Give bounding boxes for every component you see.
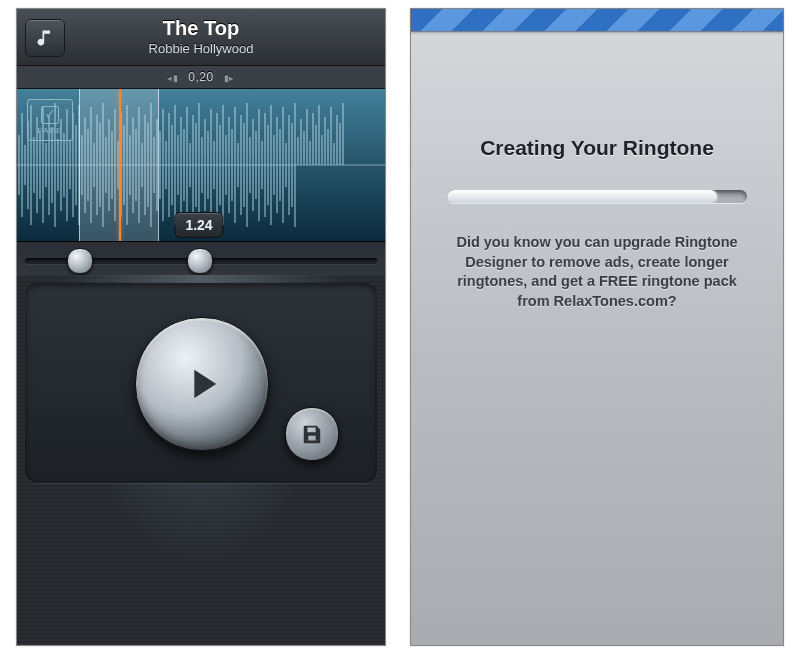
rewind-marker-icon: ◂▮ — [167, 73, 178, 83]
track-title: The Top — [17, 17, 385, 40]
checkbox-icon — [41, 106, 59, 124]
playhead[interactable] — [119, 89, 121, 241]
trim-handle-end[interactable] — [187, 248, 213, 274]
trim-handle-start[interactable] — [67, 248, 93, 274]
control-deck — [17, 275, 385, 645]
loading-title: Creating Your Ringtone — [411, 136, 783, 160]
editor-header: The Top Robbie Hollywood — [17, 9, 385, 66]
time-center-label: 0,20 — [188, 70, 213, 84]
trim-handle-time-label: 1.24 — [185, 217, 212, 233]
loading-body-text: Did you know you can upgrade Ringtone De… — [447, 233, 747, 311]
save-icon — [301, 423, 323, 445]
play-button[interactable] — [135, 317, 269, 451]
play-icon — [180, 362, 224, 406]
control-well — [25, 283, 377, 483]
forward-marker-icon: ▮▸ — [224, 73, 235, 83]
progress-bar — [447, 190, 747, 203]
trim-slider[interactable]: 1.24 — [17, 242, 385, 279]
progress-fill — [447, 190, 717, 203]
fade-toggle[interactable]: FADE — [27, 99, 73, 141]
header-stripe — [411, 9, 783, 32]
creating-ringtone-screen: Creating Your Ringtone Did you know you … — [410, 8, 784, 646]
trim-handle-time-bubble: 1.24 — [174, 212, 223, 238]
time-ruler: ◂▮ 0,20 ▮▸ — [17, 66, 385, 89]
ringtone-editor-screen: The Top Robbie Hollywood ◂▮ 0,20 ▮▸ — [16, 8, 386, 646]
svg-marker-1 — [194, 370, 216, 399]
save-button[interactable] — [285, 407, 339, 461]
fade-label: FADE — [38, 126, 63, 135]
track-artist: Robbie Hollywood — [17, 41, 385, 56]
